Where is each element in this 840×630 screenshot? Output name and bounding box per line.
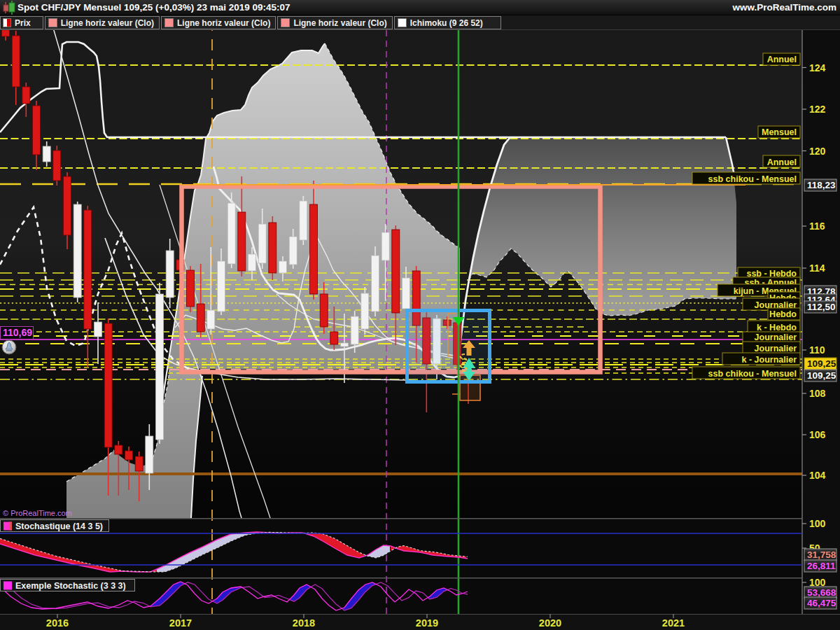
svg-text:ssb chikou - Mensuel: ssb chikou - Mensuel <box>708 369 797 379</box>
svg-text:Journalier: Journalier <box>755 344 797 354</box>
svg-text:104: 104 <box>809 470 826 481</box>
svg-text:53,668: 53,668 <box>807 587 836 598</box>
svg-text:2017: 2017 <box>169 617 192 629</box>
svg-text:2020: 2020 <box>539 617 561 629</box>
svg-text:Exemple Stochastic (3 3 3): Exemple Stochastic (3 3 3) <box>15 581 126 591</box>
svg-text:Journalier: Journalier <box>755 332 797 342</box>
svg-text:118,23: 118,23 <box>807 180 836 190</box>
svg-text:Mensuel: Mensuel <box>762 127 797 137</box>
svg-text:Annuel: Annuel <box>767 158 797 167</box>
svg-text:120: 120 <box>809 146 826 157</box>
svg-text:46,475: 46,475 <box>807 598 836 608</box>
svg-text:k - Journalier: k - Journalier <box>742 355 797 365</box>
svg-text:116: 116 <box>809 220 825 232</box>
svg-text:Hebdo: Hebdo <box>769 309 797 319</box>
svg-text:122: 122 <box>809 104 826 115</box>
svg-text:106: 106 <box>809 429 826 440</box>
svg-text:2019: 2019 <box>416 617 438 629</box>
svg-text:124: 124 <box>809 62 826 74</box>
svg-text:31,758: 31,758 <box>807 550 836 560</box>
svg-text:110,69: 110,69 <box>3 327 32 338</box>
svg-text:Stochastique (14 3 5): Stochastique (14 3 5) <box>15 522 103 531</box>
svg-text:110: 110 <box>809 344 825 356</box>
svg-text:100: 100 <box>809 518 826 529</box>
svg-text:2016: 2016 <box>46 617 69 629</box>
svg-text:26,811: 26,811 <box>807 561 836 571</box>
svg-text:112,50: 112,50 <box>807 302 836 312</box>
svg-text:ssb chikou - Mensuel: ssb chikou - Mensuel <box>708 174 797 184</box>
svg-text:k - Hebdo: k - Hebdo <box>757 323 797 332</box>
svg-text:108: 108 <box>809 388 826 399</box>
svg-text:2021: 2021 <box>662 617 685 629</box>
svg-text:Annuel: Annuel <box>767 55 797 64</box>
svg-text:109,25: 109,25 <box>807 370 836 381</box>
svg-text:© ProRealTime.com: © ProRealTime.com <box>3 509 72 517</box>
svg-text:109,25: 109,25 <box>807 358 836 369</box>
svg-text:2018: 2018 <box>293 617 315 629</box>
svg-text:114: 114 <box>809 262 825 274</box>
